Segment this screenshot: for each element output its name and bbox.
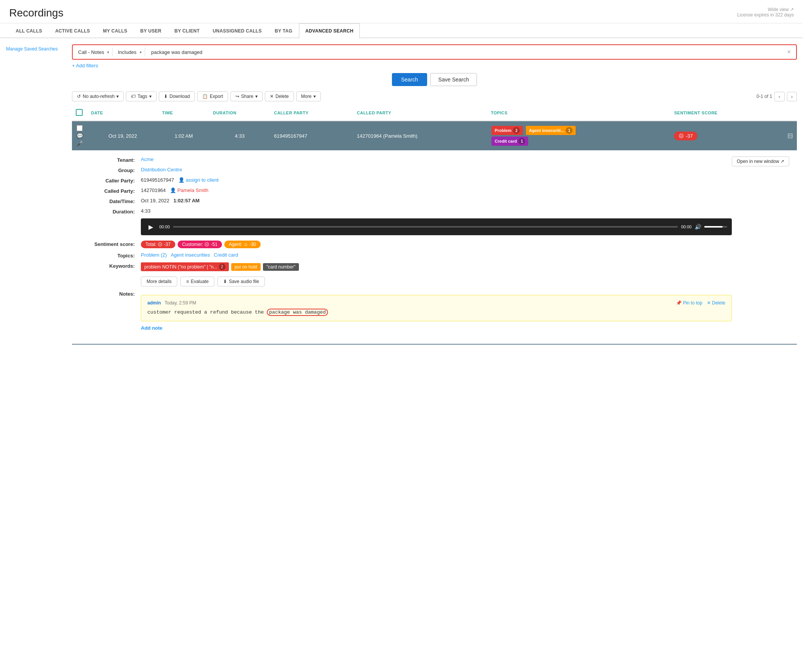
sidebar: Manage Saved Searches xyxy=(6,44,67,345)
volume-icon: 🔊 xyxy=(695,224,701,230)
tab-all-calls[interactable]: ALL CALLS xyxy=(9,23,49,38)
keyword-problem-badge[interactable]: problem NOTIN ("no problem" | "n... 2 xyxy=(141,262,229,271)
audio-player-wrapper: ▶ 00:00 00:00 🔊 xyxy=(141,218,732,237)
row-called-party[interactable]: 142701964 (Pamela Smith) xyxy=(353,121,487,150)
keywords-label: Keywords: xyxy=(80,262,141,269)
next-page-button[interactable]: › xyxy=(787,92,797,101)
th-caller-party: CALLER PARTY xyxy=(270,105,353,121)
topic-credit-link[interactable]: Credit card xyxy=(214,252,238,258)
audio-progress-bar[interactable] xyxy=(173,226,678,228)
row-caller-party[interactable]: 619495167947 xyxy=(270,121,353,150)
th-checkbox xyxy=(72,105,87,121)
share-button[interactable]: ↪ Share ▾ xyxy=(230,91,263,101)
row-icons: 💬 🎤 xyxy=(76,125,83,146)
keyword-hold-badge[interactable]: put on hold xyxy=(231,263,261,271)
filter-field-wrapper: Call - Notes xyxy=(76,48,109,57)
notes-label: Notes: xyxy=(80,290,141,297)
download-button[interactable]: ⬇ Download xyxy=(159,91,195,101)
tags-button[interactable]: 🏷 Tags ▾ xyxy=(126,91,156,101)
filter-field-select[interactable]: Call - Notes xyxy=(76,48,106,57)
no-auto-refresh-button[interactable]: ↺ No auto-refresh ▾ xyxy=(72,91,124,101)
notes-section: admin Today, 2:59 PM 📌 Pin to top ✕ Dele… xyxy=(141,295,732,321)
datetime-time: 1:02:57 AM xyxy=(173,198,199,203)
topic-agent-label: Agent insecuriti... xyxy=(529,128,564,133)
wide-view-link[interactable]: Wide view ↗ xyxy=(768,7,794,12)
manage-saved-searches-link[interactable]: Manage Saved Searches xyxy=(6,46,58,52)
datetime-value: Oct 19, 2022 1:02:57 AM xyxy=(141,198,732,203)
row-checkbox[interactable] xyxy=(77,125,83,131)
note-highlighted-phrase: package was damaged xyxy=(267,309,328,316)
note-delete-link[interactable]: ✕ Delete xyxy=(707,300,725,306)
note-text-before: customer requested a refund because the xyxy=(147,309,267,315)
add-note-link[interactable]: Add note xyxy=(141,325,162,331)
called-name-link[interactable]: Pamela Smith xyxy=(178,187,209,193)
filter-clear-button[interactable]: × xyxy=(785,48,793,56)
group-value: Distribution Centre xyxy=(141,167,732,172)
keyword-hold-text: put on hold xyxy=(235,264,257,270)
sentiment-value: Total: ☹ -37 Customer: ☹ -51 Agent: ☺ -3… xyxy=(141,241,732,248)
search-buttons: Search Save Search xyxy=(72,73,797,86)
sentiment-score-icon: ☹ xyxy=(679,133,684,139)
volume-bar[interactable] xyxy=(704,226,727,228)
row-topics: Problem 2 Agent insecuriti... 1 Credit c… xyxy=(487,121,670,150)
tab-unassigned-calls[interactable]: UNASSIGNED CALLS xyxy=(206,23,268,38)
detail-grid: Tenant: Acme Group: Distribution Centre … xyxy=(80,156,732,331)
tab-by-client[interactable]: BY CLIENT xyxy=(168,23,206,38)
add-filters-link[interactable]: + Add filters xyxy=(72,63,98,68)
topic-agent-badge[interactable]: Agent insecuriti... 1 xyxy=(526,126,576,135)
tags-label: Tags xyxy=(137,94,147,99)
topic-problem-link[interactable]: Problem (2) xyxy=(141,252,167,258)
evaluate-button[interactable]: ≡ Evaluate xyxy=(180,277,214,286)
header-right: Wide view ↗ License expires in 322 days xyxy=(737,7,794,18)
keyword-card-badge[interactable]: "card number" xyxy=(263,263,299,271)
save-audio-button[interactable]: ⬇ Save audio file xyxy=(217,277,265,286)
detail-content: Open in new window ↗ Tenant: Acme Group: xyxy=(72,150,797,344)
tabs-bar: ALL CALLS ACTIVE CALLS MY CALLS BY USER … xyxy=(0,23,803,38)
tab-advanced-search[interactable]: ADVANCED SEARCH xyxy=(299,23,360,38)
tab-by-user[interactable]: BY USER xyxy=(134,23,168,38)
filter-condition-select[interactable]: Includes xyxy=(116,48,139,57)
time-end: 00:00 xyxy=(681,225,692,229)
tenant-link[interactable]: Acme xyxy=(141,156,153,162)
refresh-icon: ↺ xyxy=(77,94,81,99)
prev-page-button[interactable]: ‹ xyxy=(774,92,784,101)
share-icon: ↪ xyxy=(235,94,239,99)
topic-credit-count: 1 xyxy=(518,138,525,145)
save-search-button[interactable]: Save Search xyxy=(430,73,477,86)
tab-active-calls[interactable]: ACTIVE CALLS xyxy=(49,23,96,38)
row-checkbox-td: 💬 🎤 xyxy=(72,121,87,150)
person-icon: 👤 xyxy=(170,187,176,193)
delete-button[interactable]: ✕ Delete xyxy=(265,91,294,101)
search-button[interactable]: Search xyxy=(392,73,427,86)
topic-problem-badge[interactable]: Problem 2 xyxy=(491,126,523,135)
collapse-row-button[interactable]: ⊟ xyxy=(787,132,793,140)
row-sentiment-score: ☹ -37 xyxy=(670,121,770,150)
group-link[interactable]: Distribution Centre xyxy=(141,167,182,172)
filter-value-input[interactable] xyxy=(148,48,783,57)
results-count: 0-1 of 1 ‹ › xyxy=(757,92,797,101)
tab-by-tag[interactable]: BY TAG xyxy=(268,23,299,38)
play-button[interactable]: ▶ xyxy=(145,221,156,232)
dropdown-icon: ▾ xyxy=(116,94,119,99)
tab-my-calls[interactable]: MY CALLS xyxy=(96,23,134,38)
note-meta: admin Today, 2:59 PM xyxy=(147,300,196,306)
topic-credit-badge[interactable]: Credit card 1 xyxy=(491,137,528,146)
export-label: Export xyxy=(210,94,223,99)
sentiment-score-badge: ☹ -37 xyxy=(674,132,697,140)
more-button[interactable]: More ▾ xyxy=(296,91,321,101)
assign-to-client-link[interactable]: assign to client xyxy=(186,177,219,183)
caller-number: 619495167947 xyxy=(141,177,174,183)
topic-agent-link[interactable]: Agent insecurities xyxy=(171,252,210,258)
filter-divider-1 xyxy=(112,47,113,57)
detail-row: Open in new window ↗ Tenant: Acme Group: xyxy=(72,150,797,344)
note-time: Today, 2:59 PM xyxy=(165,300,196,306)
tenant-label: Tenant: xyxy=(80,156,141,163)
topic-problem-label: Problem xyxy=(495,128,511,133)
note-author: admin xyxy=(147,300,161,306)
comment-icon: 💬 xyxy=(77,133,83,139)
more-details-button[interactable]: More details xyxy=(141,277,177,286)
open-new-window-button[interactable]: Open in new window ↗ xyxy=(732,156,789,166)
export-button[interactable]: 📋 Export xyxy=(197,91,228,101)
select-all-checkbox[interactable] xyxy=(76,109,83,116)
pin-to-top-link[interactable]: 📌 Pin to top xyxy=(676,300,702,306)
